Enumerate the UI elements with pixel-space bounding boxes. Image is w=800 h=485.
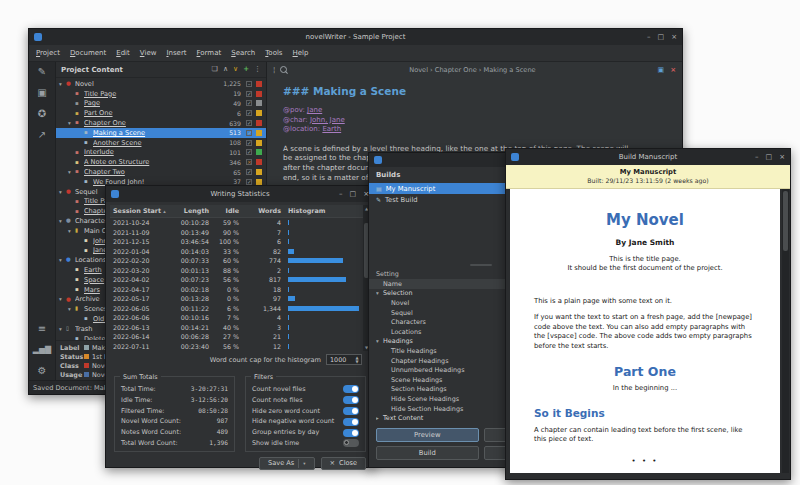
session-row[interactable]: 2022-06-13 00:14:21 40 % 3 (110, 323, 370, 333)
twisty-icon[interactable]: ▾ (376, 290, 383, 296)
twisty-icon[interactable]: ▾ (59, 257, 66, 263)
include-checkbox[interactable] (246, 169, 252, 175)
novel-view-icon[interactable]: ✪ (38, 109, 46, 119)
search-icon[interactable] (280, 66, 287, 73)
include-checkbox[interactable] (246, 120, 252, 126)
maximize-icon[interactable]: □ (350, 186, 357, 202)
spinner-arrows-icon[interactable]: ▲▼ (353, 356, 361, 364)
minimize-icon[interactable]: – (755, 149, 759, 165)
editor-close-icon[interactable]: × (670, 66, 676, 74)
minimize-icon[interactable]: – (339, 186, 343, 202)
menu-item[interactable]: Edit (111, 45, 135, 61)
menu-item[interactable]: Project (31, 45, 65, 61)
col-session-start[interactable]: Session Start ▴ (110, 207, 166, 215)
include-checkbox[interactable] (246, 130, 252, 136)
twisty-icon[interactable]: ▾ (59, 218, 66, 224)
outline-icon[interactable]: ≡ (38, 324, 46, 334)
include-checkbox[interactable] (246, 91, 252, 97)
session-row[interactable]: 2021-11-09 00:13:49 90 % 7 (110, 228, 370, 238)
stats-chart-icon[interactable]: ▂▅▇ (33, 345, 51, 355)
tree-row[interactable]: ▪ Another Scene 108 (56, 138, 266, 148)
close-icon[interactable]: × (779, 149, 785, 165)
twisty-icon[interactable]: ▾ (59, 326, 66, 332)
tree-row[interactable]: ▪ A Note on Structure 346 (56, 157, 266, 167)
include-checkbox[interactable] (246, 100, 252, 106)
session-row[interactable]: 2022-06-05 00:11:22 6 % 1,344 (110, 304, 370, 314)
tree-row[interactable]: ▪ Interlude 101 (56, 148, 266, 158)
menu-item[interactable]: Format (192, 45, 227, 61)
build-action-button[interactable]: Build (376, 446, 479, 460)
include-checkbox[interactable] (246, 149, 252, 155)
session-row[interactable]: 2022-06-06 00:10:16 7 % 4 (110, 313, 370, 323)
twisty-icon[interactable]: ▾ (59, 296, 66, 302)
close-icon[interactable]: × (363, 186, 369, 202)
filter-toggle[interactable] (343, 385, 359, 393)
include-checkbox[interactable] (246, 110, 252, 116)
meta-value-link[interactable]: John, Jane (310, 116, 345, 124)
session-row[interactable]: 2022-05-17 00:13:28 0 % 97 (110, 294, 370, 304)
kebab-menu-icon[interactable]: ⋮ (254, 62, 261, 77)
col-length[interactable]: Length (166, 207, 214, 215)
word-cap-spinner[interactable]: 1000 ▲▼ (326, 354, 362, 365)
col-idle[interactable]: Idle (214, 207, 244, 215)
twisty-icon[interactable]: ▾ (68, 120, 75, 126)
close-icon[interactable]: × (671, 29, 677, 45)
include-checkbox[interactable] (246, 179, 252, 185)
session-row[interactable]: 2022-02-20 00:07:33 60 % 774 (110, 256, 370, 266)
save-as-button[interactable]: Save As▾ (259, 457, 315, 470)
build-action-button[interactable]: Preview (376, 428, 479, 442)
move-up-icon[interactable]: ∧ (223, 62, 228, 77)
session-row[interactable]: 2022-04-17 00:02:18 0 % 18 (110, 285, 370, 295)
session-row[interactable]: 2022-04-02 00:07:23 56 % 817 (110, 275, 370, 285)
twisty-icon[interactable]: ▾ (68, 169, 75, 175)
col-histogram[interactable]: Histogram (286, 207, 362, 215)
menu-item[interactable]: Document (65, 45, 111, 61)
editor-drag-handle[interactable]: ¦ (273, 66, 275, 74)
dropdown-arrow-icon[interactable]: ▾ (298, 459, 305, 468)
filter-toggle[interactable] (343, 439, 359, 447)
session-row[interactable]: 2022-01-04 00:14:03 33 % 82 (110, 247, 370, 257)
preview-scrollbar[interactable] (782, 189, 789, 473)
include-checkbox[interactable] (246, 159, 252, 165)
main-titlebar[interactable]: novelWriter - Sample Project – □ × (29, 29, 682, 45)
tree-row[interactable]: ▾ ● Novel 1,225 (56, 79, 266, 89)
twisty-icon[interactable]: ▾ (59, 81, 66, 87)
twisty-icon[interactable]: ▾ (59, 189, 66, 195)
twisty-icon[interactable]: ▾ (68, 306, 75, 312)
project-details-icon[interactable]: ▣ (37, 88, 46, 98)
menu-item[interactable]: Insert (161, 45, 191, 61)
menu-item[interactable]: Help (288, 45, 314, 61)
minimize-icon[interactable]: – (647, 29, 651, 45)
filter-toggle[interactable] (343, 396, 359, 404)
session-row[interactable]: 2022-03-20 00:01:13 88 % 2 (110, 266, 370, 276)
include-checkbox[interactable] (246, 140, 252, 146)
twisty-icon[interactable]: ▾ (376, 338, 383, 344)
move-down-icon[interactable]: ∨ (233, 62, 238, 77)
session-row[interactable]: 2021-10-24 00:10:28 59 % 4 (110, 218, 370, 228)
menu-item[interactable]: Search (226, 45, 260, 61)
filter-toggle[interactable] (343, 418, 359, 426)
splitter-handle[interactable] (470, 264, 492, 266)
session-row[interactable]: 2022-06-14 00:06:28 27 % 21 (110, 332, 370, 342)
word-cap-value[interactable]: 1000 (327, 356, 353, 364)
scroll-thumb[interactable] (783, 191, 788, 251)
quick-links-icon[interactable]: ❏ (212, 62, 218, 77)
twisty-icon[interactable]: ▸ (376, 415, 383, 421)
tree-row[interactable]: ▪ Page 49 (56, 99, 266, 109)
preview-titlebar[interactable]: Build Manuscript – □ × (506, 149, 790, 165)
settings-gear-icon[interactable]: ⚙ (38, 366, 47, 376)
menu-item[interactable]: Tools (260, 45, 287, 61)
tree-row[interactable]: ▾ ▪ Chapter One 639 (56, 118, 266, 128)
focus-mode-icon[interactable]: ▣ (658, 66, 665, 74)
filter-toggle[interactable] (343, 407, 359, 415)
add-item-icon[interactable]: + (243, 62, 249, 77)
maximize-icon[interactable]: □ (658, 29, 665, 45)
session-row[interactable]: 2022-07-11 00:23:40 56 % 12 (110, 342, 370, 352)
table-header[interactable]: Session Start ▴ Length Idle Words Histog… (110, 205, 370, 218)
tree-row[interactable]: ▪ Making a Scene 513 (56, 128, 266, 138)
tree-row[interactable]: ▪ Title Page 19 (56, 89, 266, 99)
twisty-icon[interactable]: ▾ (68, 228, 75, 234)
stats-titlebar[interactable]: Writing Statistics – □ × (106, 186, 374, 202)
tree-row[interactable]: ▾ ▪ Chapter Two 65 (56, 167, 266, 177)
menu-item[interactable]: View (135, 45, 162, 61)
